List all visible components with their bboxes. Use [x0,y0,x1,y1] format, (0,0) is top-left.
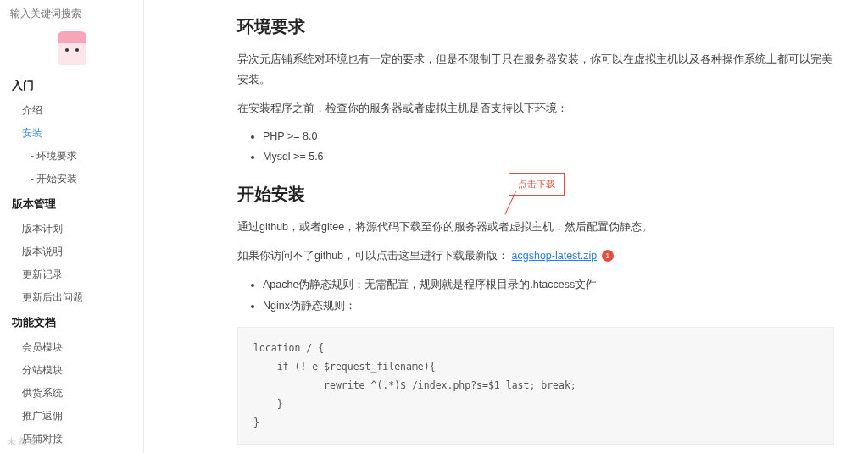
rewrite-notes: Apache伪静态规则：无需配置，规则就是程序根目录的.htaccess文件 N… [237,274,834,317]
search-input[interactable] [10,8,133,19]
download-badge-icon: 1 [602,250,614,262]
sidebar-nav: 入门 介绍 安装 - 环境要求 - 开始安装 版本管理 版本计划 版本说明 更新… [0,69,143,453]
note-nginx: Nginx伪静态规则： [263,296,834,317]
env-p2: 在安装程序之前，检查你的服务器或者虚拟主机是否支持以下环境： [237,99,834,119]
download-link[interactable]: acgshop-latest.zip [512,250,598,262]
code-nginx[interactable]: location / { if (!-e $request_filename){… [237,327,834,445]
nav-section-version: 版本管理 [0,191,143,218]
nav-item-branch[interactable]: 分站模块 [0,359,143,382]
nav-item-notes[interactable]: 版本说明 [0,240,143,263]
sidebar: 入门 介绍 安装 - 环境要求 - 开始安装 版本管理 版本计划 版本说明 更新… [0,0,144,453]
install-p2: 如果你访问不了github，可以点击这里进行下载最新版： acgshop-lat… [237,246,834,267]
footer-watermark: 未备案 ... [7,435,57,448]
env-p1: 异次元店铺系统对环境也有一定的要求，但是不限制于只在服务器安装，你可以在虚拟主机… [237,50,834,91]
nav-sub-start[interactable]: - 开始安装 [0,168,143,191]
download-callout: 点击下载 [509,173,565,196]
logo-row [0,26,143,69]
nav-item-rebate[interactable]: 推广返佣 [0,405,143,428]
nav-sub-env[interactable]: - 环境要求 [0,145,143,168]
install-p2-text: 如果你访问不了github，可以点击这里进行下载最新版： [237,250,509,262]
req-mysql: Mysql >= 5.6 [263,147,834,168]
nav-section-docs: 功能文档 [0,309,143,336]
heading-env: 环境要求 [237,15,834,38]
main-content: 环境要求 异次元店铺系统对环境也有一定的要求，但是不限制于只在服务器安装，你可以… [144,0,868,453]
nav-item-install[interactable]: 安装 [0,122,143,145]
nav-section-intro: 入门 [0,72,143,99]
req-php: PHP >= 8.0 [263,127,834,147]
nav-item-log[interactable]: 更新记录 [0,263,143,286]
nav-item-supply[interactable]: 供货系统 [0,382,143,405]
install-p1: 通过github，或者gitee，将源代码下载至你的服务器或者虚拟主机，然后配置… [237,218,834,238]
nav-item-intro[interactable]: 介绍 [0,99,143,122]
nav-item-plan[interactable]: 版本计划 [0,218,143,240]
logo-icon [58,31,86,60]
note-apache: Apache伪静态规则：无需配置，规则就是程序根目录的.htaccess文件 [263,274,834,296]
search-row [0,0,143,26]
nav-item-member[interactable]: 会员模块 [0,336,143,359]
nav-item-issues[interactable]: 更新后出问题 [0,286,143,309]
env-req-list: PHP >= 8.0 Mysql >= 5.6 [237,127,834,168]
